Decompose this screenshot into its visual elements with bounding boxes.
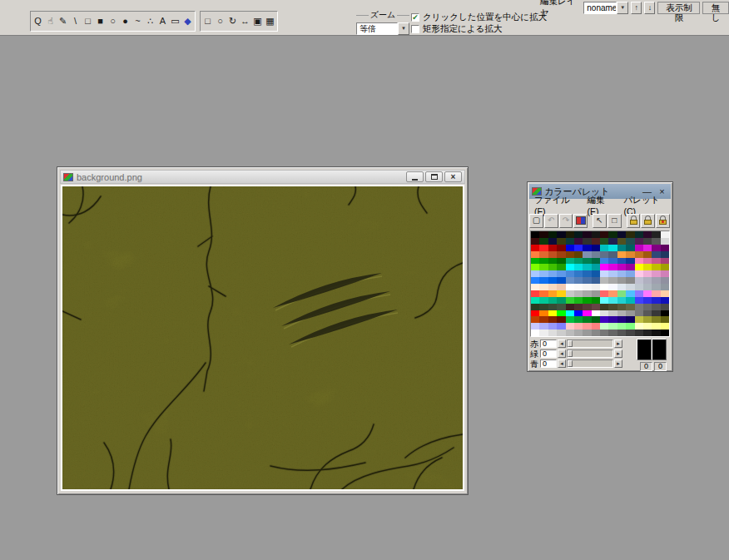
select-cursor-icon[interactable]: ↖: [593, 214, 607, 228]
palette-cell[interactable]: [531, 284, 539, 290]
palette-cell[interactable]: [531, 251, 539, 258]
palette-cell[interactable]: [617, 304, 626, 310]
palette-cell[interactable]: [600, 284, 608, 290]
palette-cell[interactable]: [583, 297, 591, 304]
palette-cell[interactable]: [548, 323, 557, 330]
background-color-swatch[interactable]: [652, 339, 667, 360]
palette-cell[interactable]: [583, 270, 591, 277]
palette-cell[interactable]: [566, 238, 574, 245]
palette-cell[interactable]: [643, 245, 652, 251]
palette-cell[interactable]: [608, 284, 617, 290]
palette-cell[interactable]: [661, 251, 669, 258]
limit-value-button[interactable]: 無し: [702, 2, 729, 14]
palette-cell[interactable]: [652, 245, 660, 251]
palette-cell[interactable]: [592, 264, 600, 270]
palette-cell[interactable]: [635, 316, 643, 323]
palette-cell[interactable]: [617, 297, 626, 304]
palette-cell[interactable]: [608, 258, 617, 265]
filled-rect-tool[interactable]: ■: [94, 12, 107, 30]
palette-cell[interactable]: [600, 270, 608, 277]
palette-cell[interactable]: [583, 245, 591, 251]
lock-draw-icon[interactable]: [641, 214, 655, 228]
palette-cell[interactable]: [539, 245, 548, 251]
palette-cell[interactable]: [643, 258, 652, 265]
palette-cell[interactable]: [557, 270, 565, 277]
rgb-slider-thumb[interactable]: [568, 360, 573, 367]
palette-cell[interactable]: [592, 284, 600, 290]
palette-cell[interactable]: [557, 290, 565, 297]
palette-cell[interactable]: [635, 304, 643, 310]
palette-cell[interactable]: [652, 330, 660, 336]
palette-cell[interactable]: [617, 277, 626, 284]
palette-cell[interactable]: [574, 264, 583, 270]
fill-tool[interactable]: ◆: [181, 12, 194, 30]
palette-cell[interactable]: [626, 231, 634, 238]
palette-cell[interactable]: [643, 290, 652, 297]
palette-cell[interactable]: [643, 277, 652, 284]
palette-cell[interactable]: [652, 264, 660, 270]
palette-cell[interactable]: [652, 238, 660, 245]
layer-down-button[interactable]: ↓: [644, 2, 655, 14]
palette-cell[interactable]: [643, 304, 652, 310]
palette-cell[interactable]: [652, 316, 660, 323]
palette-cell[interactable]: [617, 231, 626, 238]
palette-cell[interactable]: [600, 251, 608, 258]
palette-cell[interactable]: [539, 270, 548, 277]
palette-cell[interactable]: [548, 238, 557, 245]
rgb-slider[interactable]: [567, 349, 613, 358]
rgb-value-field[interactable]: 0: [540, 349, 557, 358]
palette-cell[interactable]: [574, 238, 583, 245]
palette-cell[interactable]: [626, 323, 634, 330]
maximize-button[interactable]: [425, 171, 443, 182]
palette-cell[interactable]: [635, 258, 643, 265]
palette-cell[interactable]: [557, 277, 565, 284]
checkbox-zoom-center[interactable]: ✔ クリックした位置を中心に拡大: [411, 12, 547, 23]
zoom-combobox[interactable]: 等倍 ▼: [356, 22, 409, 35]
rgb-spin-right[interactable]: ►: [614, 339, 622, 348]
lock-alpha-icon[interactable]: [656, 214, 670, 228]
palette-cell[interactable]: [583, 330, 591, 336]
palette-cell[interactable]: [539, 310, 548, 317]
palette-cell[interactable]: [574, 251, 583, 258]
palette-cell[interactable]: [574, 290, 583, 297]
palette-cell[interactable]: [617, 330, 626, 336]
palette-cell[interactable]: [661, 264, 669, 270]
palette-cell[interactable]: [583, 238, 591, 245]
palette-cell[interactable]: [566, 258, 574, 265]
palette-cell[interactable]: [600, 304, 608, 310]
palette-cell[interactable]: [600, 323, 608, 330]
palette-cell[interactable]: [652, 284, 660, 290]
palette-cell[interactable]: [652, 258, 660, 265]
tile-tool[interactable]: ▦: [264, 12, 276, 30]
palette-cell[interactable]: [617, 264, 626, 270]
palette-cell[interactable]: [566, 277, 574, 284]
palette-cell[interactable]: [608, 231, 617, 238]
palette-cell[interactable]: [608, 316, 617, 323]
palette-cell[interactable]: [574, 284, 583, 290]
palette-cell[interactable]: [600, 330, 608, 336]
layer-up-button[interactable]: ↑: [631, 2, 642, 14]
palette-cell[interactable]: [608, 304, 617, 310]
palette-cell[interactable]: [608, 323, 617, 330]
palette-cell[interactable]: [557, 258, 565, 265]
palette-cell[interactable]: [583, 290, 591, 297]
palette-cell[interactable]: [608, 297, 617, 304]
palette-cell[interactable]: [566, 290, 574, 297]
palette-cell[interactable]: [592, 290, 600, 297]
palette-index-0[interactable]: 0: [640, 362, 652, 371]
palette-cell[interactable]: [600, 238, 608, 245]
palette-cell[interactable]: [583, 310, 591, 317]
palette-cell[interactable]: [539, 304, 548, 310]
palette-cell[interactable]: [626, 245, 634, 251]
rgb-value-field[interactable]: 0: [540, 359, 557, 368]
palette-cell[interactable]: [574, 277, 583, 284]
palette-cell[interactable]: [626, 310, 634, 317]
palette-cell[interactable]: [626, 270, 634, 277]
display-limit-button[interactable]: 表示制限: [657, 2, 700, 14]
palette-cell[interactable]: [608, 277, 617, 284]
checkbox-zoom-rect[interactable]: ✔ 矩形指定による拡大: [411, 23, 547, 35]
rgb-spin-right[interactable]: ►: [614, 359, 622, 368]
palette-cell[interactable]: [548, 231, 557, 238]
palette-cell[interactable]: [531, 231, 539, 238]
curve-tool[interactable]: ~: [131, 12, 144, 30]
